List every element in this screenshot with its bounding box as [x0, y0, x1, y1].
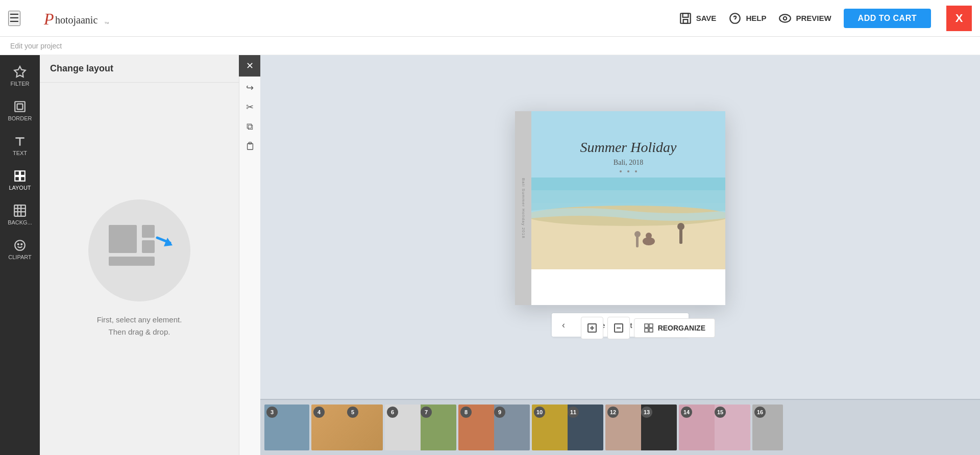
svg-rect-28	[109, 225, 137, 253]
svg-rect-59	[645, 328, 648, 332]
main: FILTER BORDER TEXT LAYOUT	[0, 55, 980, 455]
svg-rect-46	[531, 111, 725, 269]
thumbnail-4-5[interactable]: 4 5	[311, 405, 383, 450]
svg-rect-19	[20, 176, 25, 181]
panel-close-button[interactable]: ✕	[239, 55, 260, 77]
svg-rect-18	[15, 176, 19, 181]
svg-rect-12	[15, 102, 25, 112]
save-icon	[679, 12, 692, 25]
svg-rect-17	[20, 171, 25, 175]
page-actions: REORGANIZE	[581, 317, 715, 339]
layout-illustration-svg	[104, 215, 175, 286]
svg-rect-57	[645, 324, 648, 327]
reorganize-icon	[644, 323, 654, 333]
svg-rect-30	[142, 240, 155, 253]
sidebar: FILTER BORDER TEXT LAYOUT	[0, 55, 40, 455]
border-icon	[13, 100, 27, 113]
redo-button[interactable]: ↪	[241, 79, 259, 97]
copy-button[interactable]: ⧉	[241, 117, 259, 136]
text-icon	[13, 135, 27, 148]
svg-rect-34	[249, 142, 251, 144]
layout-panel: Change layout ✕ First, select any elemen…	[40, 55, 239, 455]
sidebar-item-layout[interactable]: LAYOUT	[0, 164, 40, 196]
sidebar-item-border[interactable]: BORDER	[0, 95, 40, 127]
book-preview: Bali Summer Holiday 2018	[515, 111, 725, 305]
svg-point-49	[620, 170, 622, 172]
save-button[interactable]: SAVE	[679, 12, 717, 25]
editbar: Edit your project	[0, 37, 980, 55]
help-icon	[728, 12, 742, 25]
logo: P hotojaanic ™	[29, 7, 110, 30]
svg-text:hotojaanic: hotojaanic	[55, 14, 97, 26]
add-to-cart-button[interactable]: ADD TO CART	[844, 9, 931, 28]
svg-rect-3	[680, 13, 691, 23]
svg-point-51	[635, 170, 637, 172]
layout-illustration	[88, 199, 190, 301]
thumbnail-3[interactable]: 3	[264, 405, 309, 450]
remove-page-icon	[614, 323, 624, 333]
svg-text:Bali, 2018: Bali, 2018	[614, 159, 643, 166]
panel-header: Change layout	[40, 55, 239, 83]
reorganize-label: REORGANIZE	[658, 324, 705, 332]
sidebar-item-text[interactable]: TEXT	[0, 130, 40, 161]
svg-point-26	[18, 244, 19, 245]
sidebar-item-clipart[interactable]: CLIPART	[0, 234, 40, 265]
paste-button[interactable]	[241, 137, 259, 155]
svg-point-9	[780, 14, 791, 22]
reorganize-button[interactable]: REORGANIZE	[634, 318, 715, 338]
help-label: HELP	[746, 14, 766, 22]
thumbnail-6-7[interactable]: 6 7	[385, 405, 456, 450]
canvas-area: Bali Summer Holiday 2018	[260, 55, 980, 455]
svg-rect-4	[682, 13, 688, 17]
sidebar-item-filter[interactable]: FILTER	[0, 60, 40, 92]
save-label: SAVE	[696, 14, 717, 22]
book-spine: Bali Summer Holiday 2018	[515, 111, 531, 305]
svg-rect-33	[247, 144, 253, 150]
sidebar-item-background[interactable]: BACKG...	[0, 199, 40, 231]
cut-button[interactable]: ✂	[241, 98, 259, 116]
canvas-main: Bali Summer Holiday 2018	[260, 55, 980, 399]
svg-text:P: P	[43, 10, 54, 28]
svg-rect-20	[14, 205, 26, 216]
paste-icon	[246, 141, 255, 150]
thumbnail-strip: 3 4 5 6 7 8 9 10 11 12	[260, 399, 980, 455]
svg-marker-11	[14, 66, 26, 77]
svg-text:Summer Holiday: Summer Holiday	[580, 139, 677, 155]
remove-page-button[interactable]	[607, 317, 630, 339]
svg-rect-60	[649, 328, 653, 332]
book-cover: Summer Holiday Bali, 2018	[531, 111, 725, 305]
nav-actions: SAVE HELP PREVIEW ADD TO CART X	[679, 6, 972, 31]
thumbnail-16[interactable]: 16	[752, 405, 783, 450]
add-page-icon	[587, 323, 597, 333]
svg-point-25	[15, 240, 25, 250]
edit-project-label: Edit your project	[10, 42, 62, 50]
thumbnail-10-11[interactable]: 10 11	[532, 405, 603, 450]
close-button[interactable]: X	[946, 6, 972, 31]
preview-label: PREVIEW	[796, 14, 831, 22]
thumbnail-12-13[interactable]: 12 13	[605, 405, 677, 450]
svg-point-10	[783, 16, 787, 20]
panel-hint: First, select any element. Then drag & d…	[97, 314, 182, 338]
preview-icon	[778, 12, 792, 25]
thumbnail-14-15[interactable]: 14 15	[679, 405, 750, 450]
svg-point-27	[21, 244, 22, 245]
layout-icon	[13, 169, 27, 183]
svg-point-50	[627, 170, 629, 172]
help-button[interactable]: HELP	[728, 12, 766, 25]
preview-button[interactable]: PREVIEW	[778, 12, 831, 25]
add-page-button[interactable]	[581, 317, 603, 339]
topbar: ☰ P hotojaanic ™ SAVE HELP	[0, 0, 980, 37]
filter-icon	[13, 65, 27, 79]
background-icon	[13, 204, 27, 217]
svg-rect-5	[683, 19, 688, 23]
menu-button[interactable]: ☰	[8, 11, 20, 26]
panel-content: First, select any element. Then drag & d…	[40, 83, 239, 455]
prev-page-button[interactable]: ‹	[552, 313, 575, 337]
svg-text:™: ™	[104, 21, 109, 27]
svg-rect-16	[15, 171, 19, 175]
beach-scene-svg: Summer Holiday Bali, 2018	[531, 111, 725, 269]
thumbnail-8-9[interactable]: 8 9	[458, 405, 530, 450]
spine-text: Bali Summer Holiday 2018	[521, 178, 526, 239]
svg-rect-29	[142, 225, 155, 238]
panel-title: Change layout	[50, 63, 113, 74]
